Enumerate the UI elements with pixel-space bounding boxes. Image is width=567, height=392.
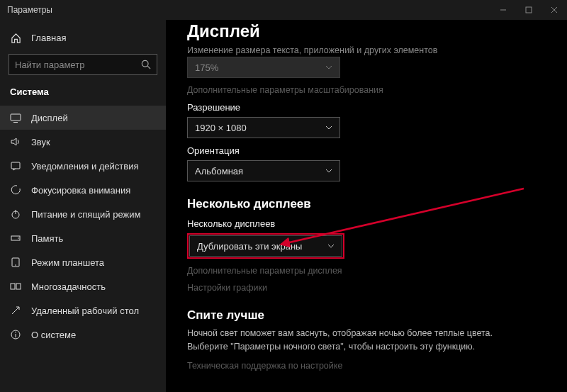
minimize-button[interactable]: [490, 0, 516, 20]
svg-point-4: [142, 60, 148, 67]
sidebar-item-about[interactable]: О системе: [0, 323, 166, 347]
svg-rect-15: [11, 284, 15, 289]
multiple-displays-label: Несколько дисплеев: [187, 218, 550, 229]
chevron-down-icon: [325, 167, 332, 174]
sidebar-item-storage[interactable]: Память: [0, 226, 166, 250]
search-input[interactable]: [15, 60, 128, 70]
sidebar-label: Фокусировка внимания: [31, 185, 130, 196]
close-button[interactable]: [541, 0, 567, 20]
home-icon: [10, 32, 21, 43]
sidebar-item-focus[interactable]: Фокусировка внимания: [0, 178, 166, 202]
remote-icon: [10, 305, 21, 316]
sidebar-item-remote[interactable]: Удаленный рабочий стол: [0, 298, 166, 323]
sidebar-label: Удаленный рабочий стол: [31, 306, 139, 316]
sidebar-label: Уведомления и действия: [31, 161, 139, 172]
window-controls: [490, 0, 567, 20]
titlebar: Параметры: [0, 0, 567, 20]
orientation-value: Альбомная: [195, 166, 243, 177]
search-box[interactable]: [9, 54, 157, 75]
chevron-down-icon: [325, 124, 332, 131]
sidebar-label: Многозадачность: [31, 281, 106, 292]
focus-icon: [10, 184, 21, 196]
category-heading: Система: [0, 81, 166, 106]
sidebar: Главная Система Дисплей Звук Уведомления…: [0, 20, 166, 392]
svg-rect-6: [11, 114, 21, 121]
highlight-annotation: Дублировать эти экраны: [187, 233, 344, 259]
multiple-displays-heading: Несколько дисплеев: [187, 197, 550, 211]
night-light-description: Ночной свет поможет вам заснуть, отображ…: [187, 327, 527, 354]
sidebar-nav: Дисплей Звук Уведомления и действия Фоку…: [0, 106, 166, 347]
sidebar-item-tablet[interactable]: Режим планшета: [0, 250, 166, 274]
sidebar-item-sound[interactable]: Звук: [0, 130, 166, 154]
sound-icon: [10, 136, 21, 147]
sidebar-item-notifications[interactable]: Уведомления и действия: [0, 154, 166, 178]
notification-icon: [10, 160, 21, 172]
power-icon: [10, 208, 21, 220]
svg-point-12: [18, 237, 19, 239]
page-title: Дисплей: [187, 21, 550, 41]
svg-rect-16: [16, 284, 21, 289]
svg-point-19: [15, 332, 16, 333]
svg-point-14: [15, 264, 16, 266]
sidebar-label: Память: [31, 233, 63, 244]
resolution-label: Разрешение: [187, 102, 550, 113]
tech-support-link[interactable]: Техническая поддержка по настройке: [187, 361, 550, 371]
svg-rect-8: [11, 162, 20, 169]
sidebar-label: Дисплей: [31, 113, 68, 123]
graphics-settings-link[interactable]: Настройки графики: [187, 283, 550, 293]
main-panel: Дисплей Изменение размера текста, прилож…: [166, 20, 567, 392]
sidebar-item-multitask[interactable]: Многозадачность: [0, 274, 166, 298]
maximize-button[interactable]: [516, 0, 541, 20]
multiple-displays-value: Дублировать эти экраны: [197, 241, 302, 252]
storage-icon: [10, 233, 21, 244]
sidebar-label: О системе: [31, 330, 76, 340]
chevron-down-icon: [327, 242, 335, 250]
scale-value: 175%: [195, 62, 218, 73]
scale-caption: Изменение размера текста, приложений и д…: [187, 45, 550, 55]
scale-select[interactable]: 175%: [187, 57, 340, 78]
tablet-icon: [10, 257, 21, 268]
sidebar-label: Питание и спящий режим: [31, 209, 140, 220]
advanced-display-link[interactable]: Дополнительные параметры дисплея: [187, 266, 550, 276]
multiple-displays-select[interactable]: Дублировать эти экраны: [189, 235, 342, 257]
sidebar-label: Звук: [31, 137, 50, 147]
home-label: Главная: [31, 33, 66, 43]
display-icon: [10, 112, 21, 123]
scale-advanced-link[interactable]: Дополнительные параметры масштабирования: [187, 85, 550, 95]
resolution-value: 1920 × 1080: [195, 123, 247, 133]
info-icon: [10, 329, 21, 340]
orientation-select[interactable]: Альбомная: [187, 160, 340, 181]
multitask-icon: [10, 281, 21, 292]
svg-rect-1: [526, 7, 532, 13]
orientation-label: Ориентация: [187, 145, 550, 156]
sidebar-label: Режим планшета: [31, 257, 104, 268]
home-link[interactable]: Главная: [0, 26, 166, 50]
resolution-select[interactable]: 1920 × 1080: [187, 117, 340, 138]
night-light-heading: Спите лучше: [187, 308, 550, 323]
chevron-down-icon: [325, 64, 332, 71]
window-title: Параметры: [7, 5, 52, 15]
search-icon: [141, 60, 151, 69]
svg-line-5: [147, 66, 150, 69]
sidebar-item-power[interactable]: Питание и спящий режим: [0, 202, 166, 226]
sidebar-item-display[interactable]: Дисплей: [0, 106, 166, 130]
